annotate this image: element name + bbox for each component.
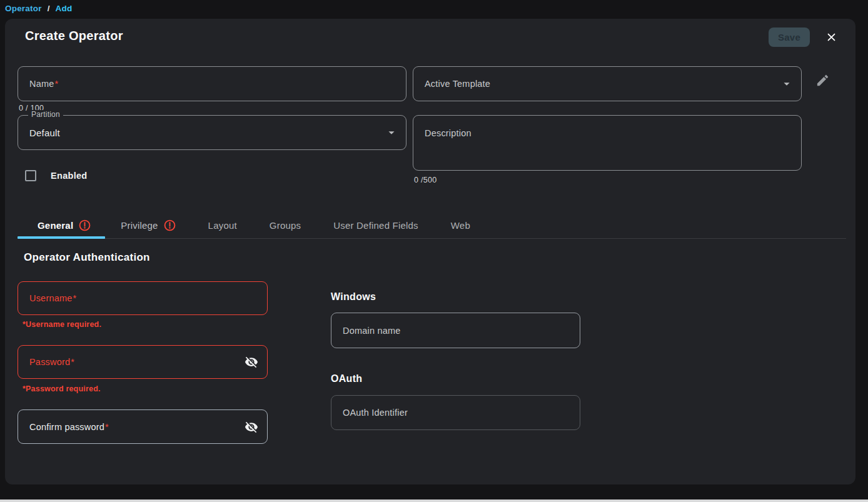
toggle-password-visibility-button[interactable]: [243, 354, 260, 370]
tab-groups[interactable]: Groups: [253, 213, 317, 238]
domain-name-input[interactable]: Domain name: [331, 313, 580, 348]
enabled-checkbox[interactable]: [25, 170, 36, 181]
save-button[interactable]: Save: [769, 28, 810, 47]
description-label: Description: [425, 128, 472, 138]
tab-user-defined-fields-label: User Defined Fields: [333, 220, 418, 231]
edit-template-button[interactable]: [814, 71, 831, 89]
oauth-identifier-label: OAuth Identifier: [343, 408, 408, 418]
active-template-label: Active Template: [425, 79, 490, 89]
breadcrumb: Operator / Add: [5, 4, 72, 13]
breadcrumb-separator: /: [48, 4, 50, 13]
tab-web[interactable]: Web: [435, 213, 487, 238]
eye-off-icon: [245, 420, 258, 434]
oauth-section-heading: OAuth: [331, 373, 362, 384]
eye-off-icon: [245, 355, 258, 369]
enabled-label: Enabled: [51, 171, 88, 181]
pencil-icon: [815, 73, 830, 88]
oauth-identifier-input[interactable]: OAuth Identifier: [331, 395, 580, 430]
confirm-password-label: Confirm password*: [29, 422, 109, 432]
username-input[interactable]: Username*: [18, 281, 268, 315]
windows-section-heading: Windows: [331, 291, 376, 303]
chevron-down-icon: [780, 77, 794, 91]
password-label: Password*: [29, 357, 74, 367]
password-input[interactable]: Password*: [18, 345, 268, 379]
breadcrumb-add-link[interactable]: Add: [56, 4, 73, 13]
tab-web-label: Web: [451, 220, 470, 231]
error-icon: [79, 219, 91, 231]
partition-value: Default: [29, 128, 60, 138]
page-bottom-edge: [0, 499, 868, 502]
toggle-confirm-password-visibility-button[interactable]: [243, 419, 260, 435]
partition-select[interactable]: Partition Default: [18, 115, 406, 150]
tab-layout[interactable]: Layout: [192, 213, 253, 238]
tab-layout-label: Layout: [208, 220, 237, 231]
page-title: Create Operator: [25, 29, 123, 43]
tab-groups-label: Groups: [270, 220, 301, 231]
chevron-down-icon: [385, 126, 398, 139]
username-label: Username*: [29, 293, 76, 303]
close-button[interactable]: [823, 29, 839, 45]
name-input[interactable]: Name*: [18, 66, 406, 101]
close-icon: [826, 32, 837, 43]
enabled-checkbox-row[interactable]: Enabled: [25, 170, 88, 181]
tab-bar: General Privilege Layout Groups User Def…: [18, 213, 846, 239]
description-textarea[interactable]: Description: [413, 115, 802, 171]
tab-privilege[interactable]: Privilege: [104, 213, 191, 238]
name-label: Name*: [29, 79, 58, 89]
password-error-text: *Password required.: [23, 384, 101, 393]
username-error-text: *Username required.: [23, 320, 101, 329]
active-tab-indicator: [18, 236, 105, 239]
confirm-password-input[interactable]: Confirm password*: [18, 409, 268, 444]
domain-name-label: Domain name: [343, 326, 400, 336]
tab-user-defined-fields[interactable]: User Defined Fields: [317, 213, 435, 238]
partition-label: Partition: [28, 110, 63, 119]
auth-section-heading: Operator Authentication: [24, 251, 150, 264]
create-operator-dialog: Create Operator Save Name* 0 / 100 Activ…: [5, 19, 855, 484]
breadcrumb-operator-link[interactable]: Operator: [5, 4, 42, 13]
description-counter: 0 /500: [414, 176, 437, 184]
active-template-select[interactable]: Active Template: [413, 66, 802, 101]
error-icon: [164, 219, 176, 231]
tab-general[interactable]: General: [18, 213, 104, 238]
tab-privilege-label: Privilege: [121, 220, 158, 231]
tab-general-label: General: [38, 220, 73, 231]
